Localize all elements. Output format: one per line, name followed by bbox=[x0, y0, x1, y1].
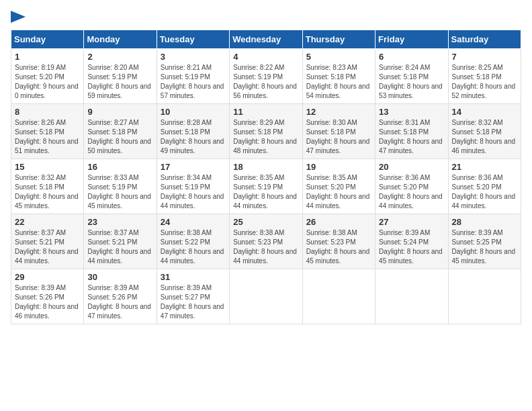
day-number: 27 bbox=[379, 217, 444, 227]
calendar-cell: 5 Sunrise: 8:23 AMSunset: 5:18 PMDayligh… bbox=[302, 49, 375, 104]
calendar-cell: 25 Sunrise: 8:38 AMSunset: 5:23 PMDaylig… bbox=[230, 214, 302, 269]
day-info: Sunrise: 8:20 AMSunset: 5:19 PMDaylight:… bbox=[87, 63, 152, 101]
calendar-cell: 8 Sunrise: 8:26 AMSunset: 5:18 PMDayligh… bbox=[11, 104, 84, 159]
day-info: Sunrise: 8:31 AMSunset: 5:18 PMDaylight:… bbox=[379, 118, 444, 156]
day-header-thursday: Thursday bbox=[302, 30, 375, 49]
calendar-cell: 21 Sunrise: 8:36 AMSunset: 5:20 PMDaylig… bbox=[448, 159, 521, 214]
day-info: Sunrise: 8:19 AMSunset: 5:20 PMDaylight:… bbox=[15, 63, 80, 101]
calendar-cell: 13 Sunrise: 8:31 AMSunset: 5:18 PMDaylig… bbox=[375, 104, 448, 159]
day-info: Sunrise: 8:37 AMSunset: 5:21 PMDaylight:… bbox=[15, 228, 80, 266]
day-number: 24 bbox=[161, 217, 226, 227]
day-info: Sunrise: 8:27 AMSunset: 5:18 PMDaylight:… bbox=[87, 118, 152, 156]
calendar-cell: 31 Sunrise: 8:39 AMSunset: 5:27 PMDaylig… bbox=[157, 269, 229, 324]
day-info: Sunrise: 8:35 AMSunset: 5:19 PMDaylight:… bbox=[233, 173, 298, 211]
day-info: Sunrise: 8:32 AMSunset: 5:18 PMDaylight:… bbox=[452, 118, 517, 156]
calendar-cell: 4 Sunrise: 8:22 AMSunset: 5:19 PMDayligh… bbox=[230, 49, 302, 104]
calendar-cell: 7 Sunrise: 8:25 AMSunset: 5:18 PMDayligh… bbox=[448, 49, 521, 104]
calendar-cell: 18 Sunrise: 8:35 AMSunset: 5:19 PMDaylig… bbox=[230, 159, 302, 214]
calendar-cell: 17 Sunrise: 8:34 AMSunset: 5:19 PMDaylig… bbox=[157, 159, 229, 214]
day-number: 16 bbox=[87, 162, 152, 172]
calendar-cell: 27 Sunrise: 8:39 AMSunset: 5:24 PMDaylig… bbox=[375, 214, 448, 269]
day-info: Sunrise: 8:32 AMSunset: 5:18 PMDaylight:… bbox=[15, 173, 80, 211]
calendar-cell: 1 Sunrise: 8:19 AMSunset: 5:20 PMDayligh… bbox=[11, 49, 84, 104]
svg-marker-0 bbox=[11, 11, 26, 23]
page-header bbox=[11, 11, 521, 23]
day-info: Sunrise: 8:34 AMSunset: 5:19 PMDaylight:… bbox=[161, 173, 226, 211]
day-info: Sunrise: 8:23 AMSunset: 5:18 PMDaylight:… bbox=[306, 63, 371, 101]
day-number: 20 bbox=[379, 162, 444, 172]
day-number: 31 bbox=[161, 272, 226, 282]
day-number: 28 bbox=[452, 217, 517, 227]
day-number: 2 bbox=[87, 52, 152, 62]
day-header-tuesday: Tuesday bbox=[157, 30, 229, 49]
day-header-wednesday: Wednesday bbox=[230, 30, 302, 49]
day-number: 12 bbox=[306, 107, 371, 117]
day-number: 9 bbox=[87, 107, 152, 117]
calendar-cell: 2 Sunrise: 8:20 AMSunset: 5:19 PMDayligh… bbox=[84, 49, 157, 104]
day-number: 15 bbox=[15, 162, 80, 172]
day-info: Sunrise: 8:24 AMSunset: 5:18 PMDaylight:… bbox=[379, 63, 444, 101]
calendar-cell bbox=[448, 269, 521, 324]
day-number: 6 bbox=[379, 52, 444, 62]
calendar-cell: 6 Sunrise: 8:24 AMSunset: 5:18 PMDayligh… bbox=[375, 49, 448, 104]
calendar-cell: 28 Sunrise: 8:39 AMSunset: 5:25 PMDaylig… bbox=[448, 214, 521, 269]
day-info: Sunrise: 8:28 AMSunset: 5:18 PMDaylight:… bbox=[161, 118, 226, 156]
calendar-cell: 12 Sunrise: 8:30 AMSunset: 5:18 PMDaylig… bbox=[302, 104, 375, 159]
day-number: 1 bbox=[15, 52, 80, 62]
calendar-cell: 15 Sunrise: 8:32 AMSunset: 5:18 PMDaylig… bbox=[11, 159, 84, 214]
day-info: Sunrise: 8:39 AMSunset: 5:26 PMDaylight:… bbox=[87, 283, 152, 321]
day-number: 21 bbox=[452, 162, 517, 172]
calendar-cell: 20 Sunrise: 8:36 AMSunset: 5:20 PMDaylig… bbox=[375, 159, 448, 214]
day-number: 10 bbox=[161, 107, 226, 117]
day-number: 8 bbox=[15, 107, 80, 117]
day-number: 7 bbox=[452, 52, 517, 62]
day-number: 13 bbox=[379, 107, 444, 117]
day-number: 19 bbox=[306, 162, 371, 172]
day-info: Sunrise: 8:38 AMSunset: 5:23 PMDaylight:… bbox=[306, 228, 371, 266]
day-number: 22 bbox=[15, 217, 80, 227]
day-number: 25 bbox=[233, 217, 298, 227]
day-number: 26 bbox=[306, 217, 371, 227]
calendar-cell: 22 Sunrise: 8:37 AMSunset: 5:21 PMDaylig… bbox=[11, 214, 84, 269]
calendar-cell: 24 Sunrise: 8:38 AMSunset: 5:22 PMDaylig… bbox=[157, 214, 229, 269]
calendar-cell bbox=[375, 269, 448, 324]
day-info: Sunrise: 8:21 AMSunset: 5:19 PMDaylight:… bbox=[161, 63, 226, 101]
calendar-cell: 10 Sunrise: 8:28 AMSunset: 5:18 PMDaylig… bbox=[157, 104, 229, 159]
day-header-saturday: Saturday bbox=[448, 30, 521, 49]
day-number: 29 bbox=[15, 272, 80, 282]
day-info: Sunrise: 8:39 AMSunset: 5:26 PMDaylight:… bbox=[15, 283, 80, 321]
day-number: 30 bbox=[87, 272, 152, 282]
day-info: Sunrise: 8:25 AMSunset: 5:18 PMDaylight:… bbox=[452, 63, 517, 101]
calendar-cell bbox=[302, 269, 375, 324]
day-info: Sunrise: 8:36 AMSunset: 5:20 PMDaylight:… bbox=[452, 173, 517, 211]
day-info: Sunrise: 8:29 AMSunset: 5:18 PMDaylight:… bbox=[233, 118, 298, 156]
day-info: Sunrise: 8:38 AMSunset: 5:22 PMDaylight:… bbox=[161, 228, 226, 266]
day-number: 18 bbox=[233, 162, 298, 172]
day-info: Sunrise: 8:39 AMSunset: 5:25 PMDaylight:… bbox=[452, 228, 517, 266]
day-info: Sunrise: 8:33 AMSunset: 5:19 PMDaylight:… bbox=[87, 173, 152, 211]
day-number: 17 bbox=[161, 162, 226, 172]
day-info: Sunrise: 8:30 AMSunset: 5:18 PMDaylight:… bbox=[306, 118, 371, 156]
day-info: Sunrise: 8:35 AMSunset: 5:20 PMDaylight:… bbox=[306, 173, 371, 211]
calendar-cell: 14 Sunrise: 8:32 AMSunset: 5:18 PMDaylig… bbox=[448, 104, 521, 159]
day-header-monday: Monday bbox=[84, 30, 157, 49]
day-info: Sunrise: 8:37 AMSunset: 5:21 PMDaylight:… bbox=[87, 228, 152, 266]
day-number: 3 bbox=[161, 52, 226, 62]
day-number: 5 bbox=[306, 52, 371, 62]
logo bbox=[11, 11, 26, 23]
day-info: Sunrise: 8:38 AMSunset: 5:23 PMDaylight:… bbox=[233, 228, 298, 266]
calendar-cell: 11 Sunrise: 8:29 AMSunset: 5:18 PMDaylig… bbox=[230, 104, 302, 159]
calendar-cell: 3 Sunrise: 8:21 AMSunset: 5:19 PMDayligh… bbox=[157, 49, 229, 104]
calendar-cell: 30 Sunrise: 8:39 AMSunset: 5:26 PMDaylig… bbox=[84, 269, 157, 324]
day-info: Sunrise: 8:22 AMSunset: 5:19 PMDaylight:… bbox=[233, 63, 298, 101]
calendar-cell: 9 Sunrise: 8:27 AMSunset: 5:18 PMDayligh… bbox=[84, 104, 157, 159]
calendar-cell: 19 Sunrise: 8:35 AMSunset: 5:20 PMDaylig… bbox=[302, 159, 375, 214]
calendar-table: SundayMondayTuesdayWednesdayThursdayFrid… bbox=[11, 30, 521, 324]
day-number: 14 bbox=[452, 107, 517, 117]
day-header-sunday: Sunday bbox=[11, 30, 84, 49]
day-info: Sunrise: 8:39 AMSunset: 5:27 PMDaylight:… bbox=[161, 283, 226, 321]
day-number: 4 bbox=[233, 52, 298, 62]
day-number: 11 bbox=[233, 107, 298, 117]
calendar-cell: 16 Sunrise: 8:33 AMSunset: 5:19 PMDaylig… bbox=[84, 159, 157, 214]
calendar-cell bbox=[230, 269, 302, 324]
